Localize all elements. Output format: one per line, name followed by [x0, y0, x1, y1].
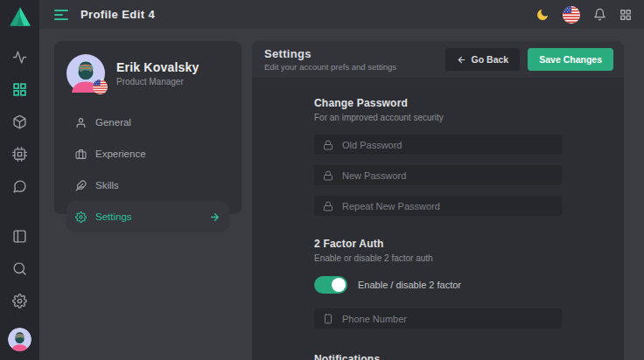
nav-item-settings[interactable]: Settings	[66, 201, 229, 232]
section-subtitle: For an improved account security	[314, 113, 562, 122]
nav-item-general[interactable]: General	[66, 107, 229, 138]
nav-item-label: Settings	[95, 211, 132, 222]
repeat-password-input[interactable]	[342, 201, 553, 211]
apps-grid-icon[interactable]	[620, 9, 632, 21]
app-logo-icon[interactable]	[9, 6, 32, 27]
chat-icon[interactable]	[12, 179, 27, 194]
lock-icon	[323, 201, 333, 211]
phone-number-field[interactable]	[314, 308, 562, 329]
topbar-actions	[536, 6, 632, 24]
phone-number-input[interactable]	[342, 314, 553, 324]
nav-item-label: Experience	[95, 149, 146, 159]
settings-panel-body: Change Password For an improved account …	[252, 78, 624, 360]
dashboard-grid-icon[interactable]	[12, 82, 27, 97]
section-notifications: Notifications Configure how you receive …	[314, 353, 562, 360]
nav-item-skills[interactable]: Skills	[66, 170, 229, 201]
briefcase-icon	[75, 149, 87, 160]
go-back-button[interactable]: Go Back	[445, 48, 521, 71]
cpu-icon[interactable]	[12, 147, 27, 162]
new-password-field[interactable]	[314, 165, 562, 185]
profile-role: Product Manager	[116, 77, 199, 87]
profile-identity: Erik Kovalsky Product Manager	[116, 60, 199, 87]
content-column: Profile Edit 4	[39, 0, 644, 360]
profile-avatar	[66, 54, 105, 93]
app-window: Profile Edit 4	[0, 0, 644, 360]
section-title: 2 Factor Auth	[314, 238, 562, 250]
search-icon[interactable]	[12, 261, 27, 276]
menu-icon[interactable]	[54, 8, 68, 22]
two-factor-toggle-row: Enable / disable 2 factor	[314, 276, 562, 294]
toggle-label: Enable / disable 2 factor	[358, 280, 461, 290]
lock-icon	[323, 140, 333, 150]
icon-rail	[0, 0, 39, 360]
section-two-factor: 2 Factor Auth Enable or disable 2 factor…	[314, 238, 562, 329]
panels-icon[interactable]	[12, 229, 27, 244]
settings-title: Settings	[264, 47, 396, 60]
feather-icon	[75, 180, 87, 191]
moon-icon[interactable]	[536, 8, 550, 22]
old-password-input[interactable]	[342, 140, 553, 150]
profile-card: Erik Kovalsky Product Manager General Ex…	[54, 41, 242, 214]
settings-heading-group: Settings Edit your account prefs and set…	[264, 47, 396, 72]
settings-panel: Settings Edit your account prefs and set…	[252, 41, 624, 360]
profile-name: Erik Kovalsky	[116, 60, 199, 74]
lock-icon	[323, 170, 333, 181]
page-title: Profile Edit 4	[80, 8, 155, 21]
language-us-flag[interactable]	[563, 6, 580, 24]
gear-icon	[75, 211, 87, 223]
nav-item-label: General	[95, 117, 131, 128]
section-change-password: Change Password For an improved account …	[314, 97, 562, 216]
settings-subtitle: Edit your account prefs and settings	[264, 62, 396, 72]
settings-actions: Go Back Save Changes	[445, 48, 613, 71]
section-title: Notifications	[314, 353, 562, 360]
repeat-password-field[interactable]	[314, 196, 562, 216]
arrow-left-icon	[457, 55, 466, 65]
topbar: Profile Edit 4	[39, 0, 644, 29]
two-factor-toggle[interactable]	[314, 276, 347, 294]
user-icon	[75, 117, 87, 128]
user-avatar-small[interactable]	[8, 328, 32, 351]
arrow-right-icon	[209, 211, 220, 223]
avatar-country-flag	[93, 80, 108, 94]
smartphone-icon	[323, 314, 333, 324]
nav-item-experience[interactable]: Experience	[66, 138, 229, 170]
bell-icon[interactable]	[593, 8, 606, 21]
section-title: Change Password	[314, 97, 562, 109]
save-changes-button[interactable]: Save Changes	[528, 48, 613, 71]
activity-icon[interactable]	[12, 50, 27, 65]
profile-nav: General Experience Skills Settings	[66, 107, 229, 232]
main-area: Erik Kovalsky Product Manager General Ex…	[39, 29, 644, 360]
section-subtitle: Enable or disable 2 factor auth	[314, 253, 562, 263]
old-password-field[interactable]	[314, 135, 562, 155]
new-password-input[interactable]	[342, 170, 553, 181]
gear-icon[interactable]	[12, 294, 27, 308]
nav-item-label: Skills	[95, 180, 119, 190]
profile-header: Erik Kovalsky Product Manager	[66, 54, 229, 93]
settings-panel-header: Settings Edit your account prefs and set…	[252, 41, 624, 78]
box-icon[interactable]	[12, 114, 27, 129]
